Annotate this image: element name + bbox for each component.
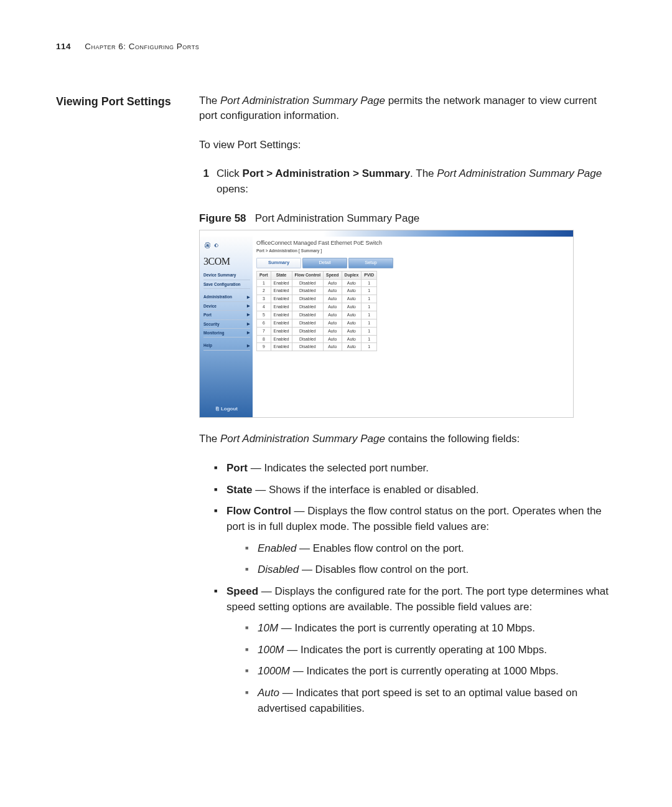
- value-em: Disabled: [258, 564, 299, 575]
- table-cell: 1: [362, 287, 377, 295]
- figure-caption: Figure 58 Port Administration Summary Pa…: [199, 211, 616, 227]
- logout-link[interactable]: ⎘Logout: [203, 405, 250, 413]
- col-pvid: PVID: [362, 271, 377, 279]
- field-label: Port: [226, 462, 248, 474]
- text: Click: [217, 168, 243, 179]
- table-cell: Disabled: [292, 303, 324, 311]
- table-cell: 7: [257, 327, 271, 335]
- table-cell: Disabled: [292, 295, 324, 303]
- table-cell: 1: [362, 319, 377, 327]
- table-row: 6EnabledDisabledAutoAuto1: [257, 319, 377, 327]
- figure-58-screenshot: ֍ ◐ 3COM Device Summary Save Configurati…: [199, 230, 574, 418]
- col-port: Port: [257, 271, 271, 279]
- field-desc: — Indicates the selected port number.: [248, 462, 429, 474]
- chevron-right-icon: ▶: [247, 321, 250, 327]
- table-row: 2EnabledDisabledAutoAuto1: [257, 287, 377, 295]
- table-cell: 1: [362, 303, 377, 311]
- table-row: 7EnabledDisabledAutoAuto1: [257, 327, 377, 335]
- figure-label: Figure 58: [199, 212, 246, 224]
- tab-detail[interactable]: Detail: [302, 258, 347, 268]
- value-em: Auto: [258, 687, 279, 699]
- step-menu-path: Port > Administration > Summary: [243, 168, 411, 179]
- after-paragraph: The Port Administration Summary Page con…: [199, 432, 616, 447]
- table-header-row: Port State Flow Control Speed Duplex PVI…: [257, 271, 377, 279]
- table-cell: Disabled: [292, 343, 324, 351]
- port-table: Port State Flow Control Speed Duplex PVI…: [256, 271, 377, 351]
- sidebar-item-save-config[interactable]: Save Configuration: [203, 280, 250, 289]
- table-cell: 1: [362, 311, 377, 319]
- speed-value-1000m: 1000M — Indicates the port is currently …: [245, 664, 616, 679]
- section-title: Viewing Port Settings: [56, 93, 180, 110]
- sidebar-item-device[interactable]: Device▶: [203, 302, 250, 311]
- table-cell: Enabled: [271, 335, 292, 343]
- field-label: Speed: [226, 585, 258, 597]
- table-cell: Auto: [324, 287, 342, 295]
- table-row: 5EnabledDisabledAutoAuto1: [257, 311, 377, 319]
- table-row: 8EnabledDisabledAutoAuto1: [257, 335, 377, 343]
- chevron-right-icon: ▶: [247, 295, 250, 300]
- col-duplex: Duplex: [342, 271, 362, 279]
- table-cell: Disabled: [292, 335, 324, 343]
- table-cell: 1: [362, 327, 377, 335]
- flow-values: Enabled — Enables flow control on the po…: [226, 541, 616, 578]
- brand-area: ֍ ◐: [203, 240, 250, 252]
- flow-value-disabled: Disabled — Disables flow control on the …: [245, 562, 616, 578]
- value-rest: — Indicates the port is currently operat…: [284, 644, 547, 656]
- step-page-name: Port Administration Summary Page: [437, 168, 602, 179]
- table-cell: Auto: [342, 303, 362, 311]
- intro-paragraph-2: To view Port Settings:: [199, 138, 616, 153]
- table-row: 3EnabledDisabledAutoAuto1: [257, 295, 377, 303]
- table-cell: Auto: [342, 295, 362, 303]
- intro-page-name: Port Administration Summary Page: [220, 95, 385, 106]
- field-desc: — Displays the configured rate for the p…: [226, 585, 609, 613]
- table-cell: Auto: [324, 327, 342, 335]
- table-cell: Auto: [342, 343, 362, 351]
- field-label: Flow Control: [226, 505, 291, 517]
- table-cell: 5: [257, 311, 271, 319]
- col-speed: Speed: [324, 271, 342, 279]
- sidebar-item-port[interactable]: Port▶: [203, 311, 250, 319]
- chevron-right-icon: ▶: [247, 303, 250, 309]
- table-cell: 8: [257, 335, 271, 343]
- table-cell: Enabled: [271, 343, 292, 351]
- speed-values: 10M — Indicates the port is currently op…: [226, 621, 616, 716]
- chevron-right-icon: ▶: [247, 312, 250, 318]
- fig-product-title: OfficeConnect Managed Fast Ethernet PoE …: [256, 239, 569, 247]
- table-cell: 2: [257, 287, 271, 295]
- table-cell: 4: [257, 303, 271, 311]
- table-cell: Auto: [342, 327, 362, 335]
- table-row: 1EnabledDisabledAutoAuto1: [257, 279, 377, 287]
- value-rest: — Indicates the port is currently operat…: [290, 665, 559, 677]
- value-em: 1000M: [258, 665, 290, 677]
- table-cell: 1: [362, 335, 377, 343]
- field-list: Port — Indicates the selected port numbe…: [199, 461, 616, 716]
- fig-header-bar: [200, 230, 573, 237]
- fig-breadcrumb: Port > Administration [ Summary ]: [256, 248, 569, 253]
- step-1: 1 Click Port > Administration > Summary.…: [199, 166, 616, 197]
- table-cell: Enabled: [271, 311, 292, 319]
- table-cell: Enabled: [271, 303, 292, 311]
- text: The: [199, 433, 220, 445]
- tab-setup[interactable]: Setup: [348, 258, 393, 268]
- table-cell: Auto: [342, 279, 362, 287]
- chapter-label: Chapter 6: Configuring Ports: [85, 42, 199, 51]
- field-desc: — Shows if the interface is enabled or d…: [253, 484, 479, 496]
- table-cell: Disabled: [292, 279, 324, 287]
- sidebar-item-security[interactable]: Security▶: [203, 320, 250, 329]
- col-flow: Flow Control: [292, 271, 324, 279]
- sidebar-item-device-summary[interactable]: Device Summary: [203, 271, 250, 280]
- sidebar-item-help[interactable]: Help▶: [203, 341, 250, 350]
- value-rest: — Indicates the port is currently operat…: [278, 622, 535, 634]
- table-cell: Enabled: [271, 327, 292, 335]
- table-cell: 1: [257, 279, 271, 287]
- table-cell: 1: [362, 279, 377, 287]
- table-cell: Auto: [324, 343, 342, 351]
- value-rest: — Indicates that port speed is set to an…: [258, 687, 577, 714]
- intro-paragraph-1: The Port Administration Summary Page per…: [199, 93, 616, 124]
- brand-text: 3COM: [203, 254, 250, 268]
- tab-summary[interactable]: Summary: [256, 258, 301, 268]
- table-cell: Auto: [324, 279, 342, 287]
- after-page-name: Port Administration Summary Page: [220, 433, 385, 445]
- sidebar-item-monitoring[interactable]: Monitoring▶: [203, 329, 250, 337]
- sidebar-item-administration[interactable]: Administration▶: [203, 293, 250, 301]
